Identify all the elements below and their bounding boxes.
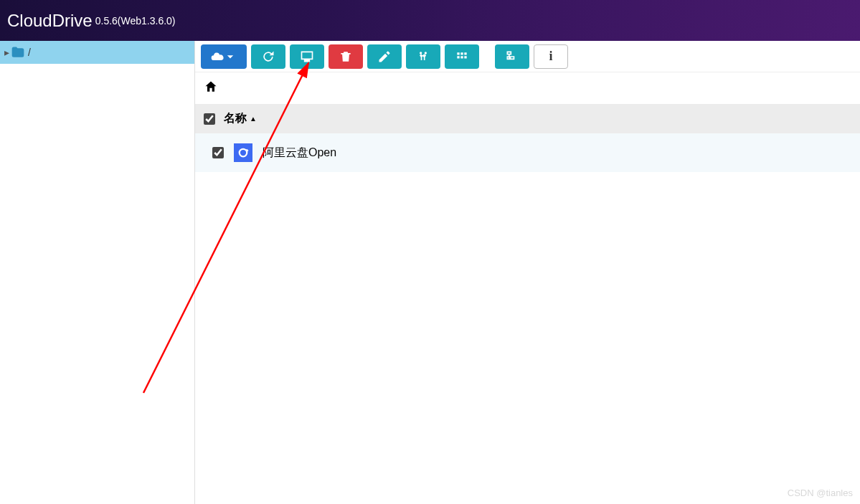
rename-button[interactable] bbox=[367, 44, 402, 69]
delete-button[interactable] bbox=[329, 44, 363, 69]
breadcrumb bbox=[195, 72, 860, 104]
list-header: 名称 ▲ bbox=[195, 104, 860, 133]
refresh-icon bbox=[261, 49, 275, 64]
cloud-icon bbox=[210, 49, 225, 64]
trash-icon bbox=[339, 49, 353, 64]
select-all-checkbox[interactable] bbox=[204, 113, 215, 125]
toolbar: i bbox=[195, 41, 860, 72]
chevron-right-icon: ▸ bbox=[4, 47, 9, 58]
svg-point-0 bbox=[240, 149, 247, 157]
move-button[interactable] bbox=[406, 44, 440, 69]
edit-icon bbox=[377, 49, 392, 64]
sidebar: ▸ / bbox=[0, 41, 195, 504]
folder-icon bbox=[11, 45, 25, 60]
add-cloud-button[interactable] bbox=[201, 44, 247, 69]
path-separator: / bbox=[28, 47, 31, 58]
sidebar-root-path[interactable]: ▸ / bbox=[0, 41, 194, 64]
caret-down-icon bbox=[223, 49, 237, 64]
app-title: CloudDrive bbox=[7, 11, 93, 31]
mount-local-button[interactable] bbox=[290, 44, 324, 69]
tree-button[interactable] bbox=[495, 44, 529, 69]
home-icon[interactable] bbox=[204, 80, 218, 94]
info-button[interactable]: i bbox=[534, 44, 568, 69]
view-grid-button[interactable] bbox=[445, 44, 479, 69]
people-move-icon bbox=[416, 49, 430, 64]
info-icon: i bbox=[549, 49, 552, 64]
row-checkbox[interactable] bbox=[212, 147, 224, 158]
file-name: 阿里云盘Open bbox=[263, 146, 336, 161]
app-header: CloudDrive 0.5.6(Web1.3.6.0) bbox=[0, 0, 860, 41]
refresh-button[interactable] bbox=[251, 44, 285, 69]
body: ▸ / bbox=[0, 41, 860, 504]
grid-icon bbox=[455, 49, 469, 64]
watermark: CSDN @tianles bbox=[788, 488, 853, 498]
app-version: 0.5.6(Web1.3.6.0) bbox=[95, 15, 176, 27]
aliyun-drive-icon bbox=[234, 143, 252, 162]
column-name-label: 名称 bbox=[224, 111, 247, 126]
list-item[interactable]: 阿里云盘Open bbox=[195, 133, 860, 172]
monitor-icon bbox=[300, 49, 314, 64]
tree-icon bbox=[505, 49, 519, 64]
column-name-header[interactable]: 名称 ▲ bbox=[224, 111, 257, 126]
sort-asc-icon: ▲ bbox=[250, 115, 257, 123]
main-panel: i 名称 ▲ 阿里云盘Open bbox=[195, 41, 860, 504]
